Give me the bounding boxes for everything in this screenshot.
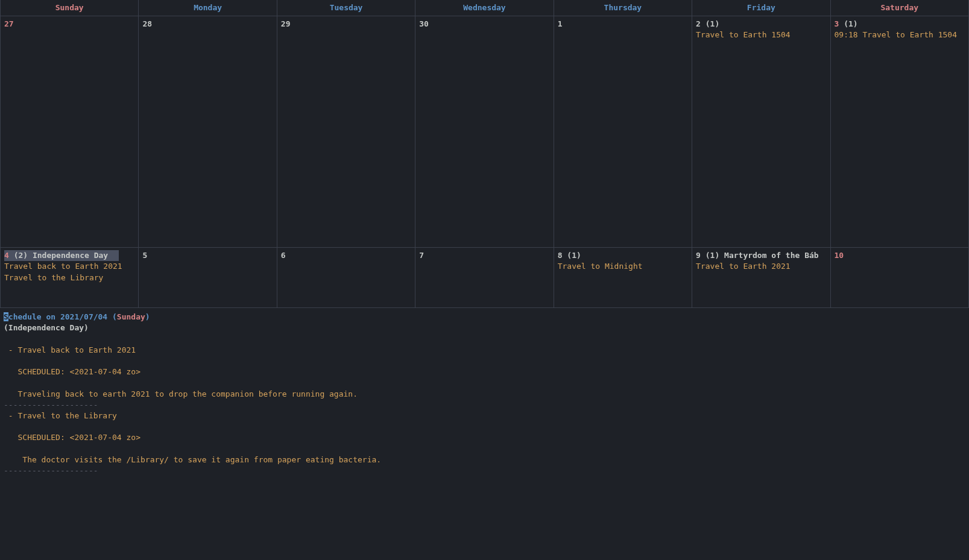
- day-header: 29: [281, 19, 291, 28]
- day-header: 28: [142, 19, 152, 28]
- calendar-event[interactable]: Travel to Earth 2021: [696, 261, 826, 272]
- day-number: 30: [419, 19, 429, 28]
- weekday-header-friday: Friday: [692, 0, 830, 16]
- day-header: 10: [835, 251, 844, 260]
- weekday-header-saturday: Saturday: [831, 0, 969, 16]
- day-cell[interactable]: 7: [415, 248, 554, 307]
- day-cell[interactable]: 6: [277, 248, 415, 307]
- calendar-event[interactable]: Travel to Earth 1504: [696, 30, 826, 40]
- day-header: 7: [419, 251, 424, 260]
- week-row: 4 (2) Independence DayTravel back to Ear…: [0, 248, 969, 308]
- paren-close: ): [145, 312, 150, 321]
- schedule-title: Schedule on 2021/07/04 (Sunday): [4, 312, 965, 322]
- day-number: 5: [142, 251, 147, 260]
- day-cell[interactable]: 9 (1) Martyrdom of the BábTravel to Eart…: [692, 248, 830, 307]
- day-cell[interactable]: 2 (1) Travel to Earth 1504: [692, 16, 830, 247]
- holiday-name: Martyrdom of the Báb: [724, 251, 819, 260]
- calendar-event[interactable]: Travel to the Library: [4, 272, 134, 283]
- weekday-header-thursday: Thursday: [554, 0, 692, 16]
- calendar-header-row: SundayMondayTuesdayWednesdayThursdayFrid…: [0, 0, 969, 16]
- day-number: 4: [4, 251, 14, 260]
- day-cell[interactable]: 30: [415, 16, 554, 247]
- schedule-panel: Schedule on 2021/07/04 (Sunday) (Indepen…: [0, 308, 969, 480]
- day-cell[interactable]: 1: [554, 16, 692, 247]
- day-cell[interactable]: 29: [277, 16, 415, 247]
- schedule-body: - Travel back to Earth 2021 SCHEDULED: <…: [4, 334, 965, 476]
- day-header: 30: [419, 19, 429, 28]
- day-number: 10: [835, 251, 844, 260]
- day-number: 27: [4, 19, 14, 28]
- day-header: 6: [281, 251, 286, 260]
- day-header: 4 (2) Independence Day: [4, 250, 119, 261]
- schedule-divider: --------------------: [4, 400, 98, 409]
- event-count: (1): [844, 19, 857, 28]
- schedule-title-text: chedule on 2021/07/04: [8, 312, 112, 321]
- cursor: S: [4, 312, 8, 321]
- calendar-event[interactable]: Travel to Midnight: [558, 261, 688, 272]
- calendar-event[interactable]: 09:18 Travel to Earth 1504: [835, 30, 965, 40]
- day-cell[interactable]: 4 (2) Independence DayTravel back to Ear…: [0, 248, 139, 307]
- week-row: 27 28 29 30 1 2 (1) Travel to Earth 1504…: [0, 16, 969, 248]
- day-number: 3: [835, 19, 844, 28]
- day-number: 9: [696, 251, 705, 260]
- day-header: 5: [142, 251, 147, 260]
- schedule-divider: --------------------: [4, 466, 98, 475]
- day-number: 28: [142, 19, 152, 28]
- event-count: (1): [705, 251, 724, 260]
- weekday-header-sunday: Sunday: [0, 0, 139, 16]
- day-cell[interactable]: 28: [139, 16, 277, 247]
- event-count: (1): [705, 19, 719, 28]
- paren-open: (: [112, 312, 117, 321]
- day-number: 6: [281, 251, 286, 260]
- day-cell[interactable]: 10: [831, 248, 969, 307]
- schedule-dow: Sunday: [117, 312, 145, 321]
- day-cell[interactable]: 8 (1) Travel to Midnight: [554, 248, 692, 307]
- day-number: 8: [558, 251, 567, 260]
- schedule-holiday: (Independence Day): [4, 322, 965, 333]
- weekday-header-wednesday: Wednesday: [415, 0, 554, 16]
- day-number: 7: [419, 251, 424, 260]
- event-count: (1): [567, 251, 581, 260]
- holiday-name: Independence Day: [33, 251, 108, 260]
- day-header: 9 (1) Martyrdom of the Báb: [696, 251, 819, 260]
- weekday-header-tuesday: Tuesday: [277, 0, 415, 16]
- day-number: 29: [281, 19, 291, 28]
- day-header: 2 (1): [696, 19, 719, 28]
- calendar-event[interactable]: Travel back to Earth 2021: [4, 261, 134, 272]
- event-count: (2): [14, 251, 33, 260]
- calendar-grid: SundayMondayTuesdayWednesdayThursdayFrid…: [0, 0, 969, 308]
- day-number: 2: [696, 19, 705, 28]
- day-header: 8 (1): [558, 251, 581, 260]
- day-number: 1: [558, 19, 563, 28]
- day-header: 1: [558, 19, 563, 28]
- day-header: 3 (1): [835, 19, 858, 28]
- day-cell[interactable]: 27: [0, 16, 139, 247]
- day-cell[interactable]: 5: [139, 248, 277, 307]
- day-cell[interactable]: 3 (1) 09:18 Travel to Earth 1504: [831, 16, 969, 247]
- weekday-header-monday: Monday: [139, 0, 277, 16]
- day-header: 27: [4, 19, 14, 28]
